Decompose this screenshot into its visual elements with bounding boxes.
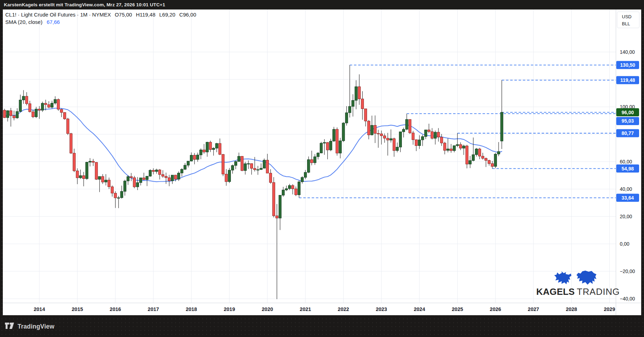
candle-body bbox=[48, 105, 50, 107]
price-tick-label: 60,00 bbox=[620, 159, 632, 164]
year-label: 2028 bbox=[566, 306, 577, 312]
sma-label[interactable]: SMA (20, close) bbox=[5, 19, 42, 25]
candle-body bbox=[149, 170, 151, 176]
year-label: 2029 bbox=[604, 306, 615, 312]
symbol-description[interactable]: CL1! · Light Crude Oil Futures · 1M · NY… bbox=[5, 12, 111, 18]
candle-body bbox=[326, 142, 329, 150]
chart-layers: 140,00100,0060,0040,0020,000,00−20,00−40… bbox=[3, 9, 641, 315]
candle-body bbox=[485, 158, 487, 161]
candle-body bbox=[174, 175, 177, 179]
candle-body bbox=[311, 160, 313, 163]
candle-body bbox=[203, 150, 205, 152]
candle-body bbox=[82, 176, 85, 179]
candle-body bbox=[136, 183, 139, 187]
ohlc-high: H119,48 bbox=[136, 12, 155, 18]
candle-body bbox=[383, 136, 386, 138]
candle-body bbox=[279, 195, 281, 218]
candle-body bbox=[6, 111, 9, 118]
candle-body bbox=[377, 134, 379, 134]
candle-body bbox=[425, 130, 427, 137]
candle-body bbox=[494, 154, 497, 167]
candle-body bbox=[120, 192, 123, 198]
ohlc-low: L69,20 bbox=[159, 12, 175, 18]
price-tick-label: −20,00 bbox=[620, 268, 635, 274]
tradingview-logo-text[interactable]: TradingView bbox=[18, 323, 54, 330]
candle-body bbox=[374, 125, 376, 134]
candle-body bbox=[155, 170, 158, 171]
candle-body bbox=[304, 172, 307, 177]
attribution-text: KarstenKagels erstellt mit TradingView.c… bbox=[4, 2, 165, 7]
candle-body bbox=[364, 109, 367, 121]
candle-body bbox=[105, 180, 107, 182]
candle-body bbox=[152, 170, 154, 172]
candle-body bbox=[190, 155, 193, 161]
candle-body bbox=[114, 193, 117, 198]
candle-body bbox=[13, 116, 15, 118]
candle-body bbox=[95, 162, 98, 179]
candle-body bbox=[380, 134, 383, 136]
year-label: 2027 bbox=[528, 306, 539, 312]
candle-body bbox=[292, 186, 294, 189]
candle-body bbox=[447, 149, 449, 150]
candle-body bbox=[466, 146, 468, 164]
ohlc-open: O75,00 bbox=[115, 12, 132, 18]
candle-body bbox=[142, 178, 145, 180]
candle-body bbox=[361, 99, 364, 109]
candle-body bbox=[450, 149, 452, 151]
candle-body bbox=[241, 156, 243, 171]
candle-body bbox=[333, 129, 335, 141]
candle-body bbox=[127, 177, 129, 181]
year-label: 2015 bbox=[72, 306, 83, 312]
candle-body bbox=[187, 161, 190, 165]
price-tick-label: 0,00 bbox=[620, 241, 629, 247]
candle-body bbox=[396, 147, 398, 151]
candle-body bbox=[101, 176, 104, 182]
candle-body bbox=[86, 162, 88, 179]
candle-body bbox=[266, 160, 268, 173]
candle-body bbox=[225, 174, 227, 181]
candle-body bbox=[497, 151, 500, 154]
symbol-info-row: CL1! · Light Crude Oil Futures · 1M · NY… bbox=[5, 11, 196, 18]
candle-body bbox=[371, 125, 373, 135]
price-chart-pane[interactable]: 140,00100,0060,0040,0020,000,00−20,00−40… bbox=[3, 9, 641, 315]
candle-body bbox=[146, 176, 148, 180]
year-label: 2019 bbox=[224, 306, 235, 312]
candle-body bbox=[412, 133, 414, 140]
candle-body bbox=[111, 187, 113, 193]
candle-body bbox=[3, 110, 6, 118]
year-label: 2024 bbox=[414, 306, 425, 312]
candle-body bbox=[352, 101, 354, 106]
year-label: 2022 bbox=[338, 306, 349, 312]
candle-body bbox=[222, 154, 224, 174]
candle-body bbox=[478, 149, 481, 156]
candle-body bbox=[193, 155, 196, 160]
tradingview-logo-icon[interactable] bbox=[5, 322, 14, 331]
candle-body bbox=[301, 177, 304, 182]
candle-body bbox=[57, 99, 60, 109]
candle-body bbox=[209, 142, 212, 150]
candle-body bbox=[165, 176, 167, 178]
price-badge-label: 130,50 bbox=[620, 62, 635, 68]
candle-body bbox=[64, 112, 66, 119]
candle-body bbox=[257, 170, 259, 170]
candle-body bbox=[168, 178, 171, 181]
candle-body bbox=[73, 153, 75, 171]
candle-body bbox=[475, 149, 478, 155]
candle-body bbox=[54, 99, 57, 103]
unit-label: BLL bbox=[622, 20, 639, 27]
candle-body bbox=[358, 87, 360, 99]
candle-body bbox=[51, 103, 53, 107]
candle-body bbox=[295, 189, 297, 195]
candle-body bbox=[431, 132, 433, 138]
candle-body bbox=[133, 178, 135, 187]
chart-background bbox=[3, 9, 641, 315]
price-tick-label: 20,00 bbox=[620, 214, 632, 219]
candle-body bbox=[288, 186, 291, 189]
candle-body bbox=[415, 140, 417, 146]
year-label: 2026 bbox=[490, 306, 501, 312]
candle-body bbox=[92, 161, 94, 162]
candle-body bbox=[130, 177, 132, 178]
candle-body bbox=[323, 142, 326, 143]
candle-body bbox=[70, 134, 72, 153]
candle-body bbox=[421, 137, 424, 140]
